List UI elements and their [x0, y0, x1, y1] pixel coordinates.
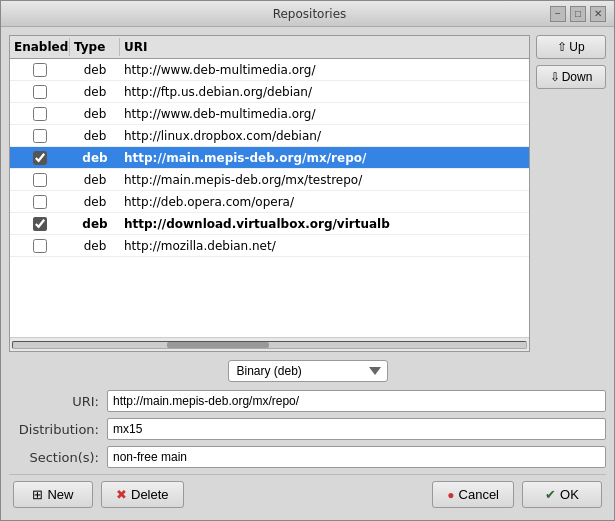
repo-uri: http://linux.dropbox.com/debian/	[120, 127, 529, 145]
cancel-icon: ●	[447, 488, 454, 502]
repo-type: deb	[70, 83, 120, 101]
new-button[interactable]: ⊞ New	[13, 481, 93, 508]
table-row[interactable]: debhttp://main.mepis-deb.org/mx/repo/	[10, 147, 529, 169]
dialog-title: Repositories	[69, 7, 550, 21]
type-dropdown[interactable]: Binary (deb)Source (deb-src)	[228, 360, 388, 382]
table-row[interactable]: debhttp://download.virtualbox.org/virtua…	[10, 213, 529, 235]
title-bar-buttons: − □ ✕	[550, 6, 606, 22]
repo-uri: http://www.deb-multimedia.org/	[120, 61, 529, 79]
horizontal-scrollbar[interactable]	[10, 337, 529, 351]
repo-uri: http://deb.opera.com/opera/	[120, 193, 529, 211]
cancel-button[interactable]: ● Cancel	[432, 481, 514, 508]
repo-enabled-checkbox[interactable]	[33, 195, 47, 209]
maximize-button[interactable]: □	[570, 6, 586, 22]
down-arrow-icon: ⇩	[550, 70, 560, 84]
repo-uri: http://download.virtualbox.org/virtualb	[120, 215, 529, 233]
up-arrow-icon: ⇧	[557, 40, 567, 54]
header-uri: URI	[120, 38, 529, 56]
title-bar: Repositories − □ ✕	[1, 1, 614, 27]
repo-enabled-checkbox[interactable]	[33, 151, 47, 165]
delete-icon: ✖	[116, 487, 127, 502]
down-button-label: Down	[562, 70, 593, 84]
bottom-right-buttons: ● Cancel ✔ OK	[432, 481, 602, 508]
table-row[interactable]: debhttp://deb.opera.com/opera/	[10, 191, 529, 213]
dropdown-row: Binary (deb)Source (deb-src)	[9, 358, 606, 384]
uri-input[interactable]	[107, 390, 606, 412]
header-enabled: Enabled	[10, 38, 70, 56]
repo-enabled-checkbox[interactable]	[33, 63, 47, 77]
table-row[interactable]: debhttp://www.deb-multimedia.org/	[10, 103, 529, 125]
down-button[interactable]: ⇩ Down	[536, 65, 606, 89]
repo-enabled-checkbox[interactable]	[33, 107, 47, 121]
table-row[interactable]: debhttp://main.mepis-deb.org/mx/testrepo…	[10, 169, 529, 191]
header-type: Type	[70, 38, 120, 56]
repo-type: deb	[70, 127, 120, 145]
repo-type: deb	[70, 193, 120, 211]
scrollbar-track	[12, 341, 527, 349]
repo-type: deb	[70, 215, 120, 233]
delete-button-label: Delete	[131, 487, 169, 502]
repo-type: deb	[70, 105, 120, 123]
distribution-label: Distribution:	[9, 422, 99, 437]
uri-row: URI:	[9, 390, 606, 412]
delete-button[interactable]: ✖ Delete	[101, 481, 184, 508]
scrollbar-thumb	[167, 342, 270, 348]
repo-type: deb	[70, 237, 120, 255]
repo-type: deb	[70, 149, 120, 167]
ok-button[interactable]: ✔ OK	[522, 481, 602, 508]
repo-uri: http://ftp.us.debian.org/debian/	[120, 83, 529, 101]
new-icon: ⊞	[32, 487, 43, 502]
repo-enabled-checkbox[interactable]	[33, 129, 47, 143]
ok-icon: ✔	[545, 487, 556, 502]
repo-type: deb	[70, 171, 120, 189]
bottom-buttons: ⊞ New ✖ Delete ● Cancel ✔ OK	[9, 474, 606, 512]
new-button-label: New	[47, 487, 73, 502]
repo-uri: http://main.mepis-deb.org/mx/testrepo/	[120, 171, 529, 189]
repo-uri: http://mozilla.debian.net/	[120, 237, 529, 255]
table-row[interactable]: debhttp://mozilla.debian.net/	[10, 235, 529, 257]
cancel-button-label: Cancel	[459, 487, 499, 502]
repo-uri: http://main.mepis-deb.org/mx/repo/	[120, 149, 529, 167]
distribution-row: Distribution:	[9, 418, 606, 440]
repositories-dialog: Repositories − □ ✕ Enabled Type URI debh…	[0, 0, 615, 521]
main-area: Enabled Type URI debhttp://www.deb-multi…	[9, 35, 606, 352]
close-button[interactable]: ✕	[590, 6, 606, 22]
repo-enabled-checkbox[interactable]	[33, 217, 47, 231]
ok-button-label: OK	[560, 487, 579, 502]
table-header: Enabled Type URI	[10, 36, 529, 59]
repo-type: deb	[70, 61, 120, 79]
up-button-label: Up	[569, 40, 584, 54]
table-row[interactable]: debhttp://ftp.us.debian.org/debian/	[10, 81, 529, 103]
repo-uri: http://www.deb-multimedia.org/	[120, 105, 529, 123]
sections-label: Section(s):	[9, 450, 99, 465]
repo-enabled-checkbox[interactable]	[33, 239, 47, 253]
sections-input[interactable]	[107, 446, 606, 468]
repo-enabled-checkbox[interactable]	[33, 173, 47, 187]
table-row[interactable]: debhttp://linux.dropbox.com/debian/	[10, 125, 529, 147]
repo-enabled-checkbox[interactable]	[33, 85, 47, 99]
table-body: debhttp://www.deb-multimedia.org/debhttp…	[10, 59, 529, 337]
up-button[interactable]: ⇧ Up	[536, 35, 606, 59]
uri-label: URI:	[9, 394, 99, 409]
table-row[interactable]: debhttp://www.deb-multimedia.org/	[10, 59, 529, 81]
sections-row: Section(s):	[9, 446, 606, 468]
form-area: URI: Distribution: Section(s):	[9, 390, 606, 468]
dialog-content: Enabled Type URI debhttp://www.deb-multi…	[1, 27, 614, 520]
minimize-button[interactable]: −	[550, 6, 566, 22]
side-buttons: ⇧ Up ⇩ Down	[536, 35, 606, 352]
bottom-left-buttons: ⊞ New ✖ Delete	[13, 481, 184, 508]
distribution-input[interactable]	[107, 418, 606, 440]
repository-table: Enabled Type URI debhttp://www.deb-multi…	[9, 35, 530, 352]
